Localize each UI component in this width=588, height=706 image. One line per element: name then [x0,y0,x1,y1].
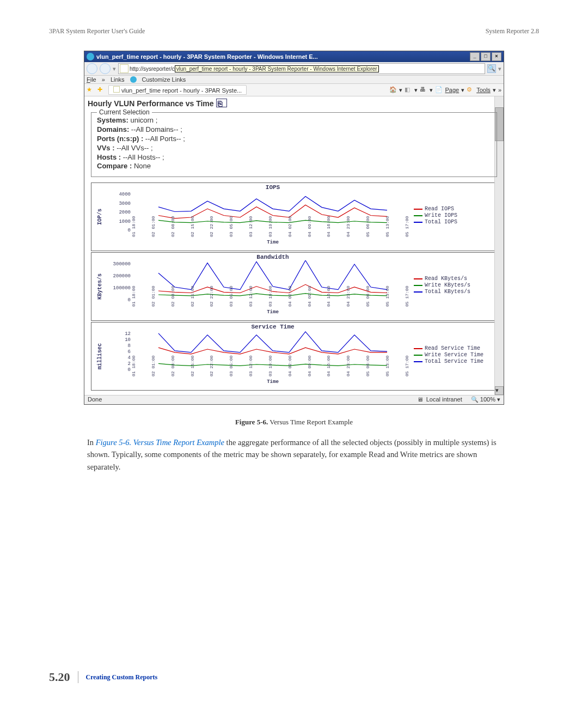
search-icon[interactable]: 🔍 [487,64,496,73]
page-menu-icon[interactable]: 📄 [435,86,443,94]
chart-legend: Read KBytes/sWrite KBytes/sTotal KBytes/… [414,254,495,319]
favorites-star-icon[interactable]: ★ [87,86,94,94]
chart-ylabel: millisec [93,324,107,389]
minimize-button[interactable]: _ [470,52,480,61]
address-text: http://sysreporter/c [130,66,175,72]
file-menu[interactable]: File [87,76,96,83]
chart-1: KBytes/s3000002000001000000Bandwidth01 1… [91,252,497,321]
tools-menu[interactable]: Tools [476,87,491,93]
tab-label: vlun_perf_time report - hourly - 3PAR Sy… [121,87,242,94]
home-icon[interactable]: 🏠 [389,86,397,94]
print-icon[interactable]: 🖶 [420,86,427,94]
chart-ylabel: IOP/s [93,184,107,249]
zoom-icon: 🔍 [471,396,479,404]
window-title: vlun_perf_time report - hourly - 3PAR Sy… [96,53,318,60]
chart-yaxis: 121086420 [107,324,132,389]
figure-link[interactable]: Figure 5-6. Versus Time Report Example [96,438,224,447]
zone-icon: 🖥 [417,396,425,404]
chart-ylabel: KBytes/s [93,254,107,319]
tools-icon[interactable]: ⚙ [467,86,474,94]
links-label[interactable]: Links [111,76,125,83]
ie-icon [87,53,94,60]
browser-window: vlun_perf_time report - hourly - 3PAR Sy… [84,51,504,405]
chart-0: IOP/s40003000200010000IOPS01 18:0002 01:… [91,182,497,251]
browser-tab[interactable]: vlun_perf_time report - hourly - 3PAR Sy… [108,85,247,95]
chart-plot: IOPS01 18:0002 01:0002 08:0002 15:0002 2… [132,184,414,249]
tab-page-icon [113,86,120,93]
address-bar[interactable]: http://sysreporter/c vlun_perf_time repo… [118,63,485,74]
footer-section: Creating Custom Reports [86,673,158,681]
selection-panel: Current Selection Systems: unicorn ; Dom… [91,112,497,177]
selection-legend: Current Selection [97,108,152,116]
ie-small-icon [130,76,137,83]
back-button[interactable] [87,63,97,74]
status-done: Done [88,396,102,404]
address-tooltip: vlun_perf_time report - hourly - 3PAR Sy… [175,65,379,72]
page-icon [120,64,128,73]
chart-legend: Read IOPSWrite IOPSTotal IOPS [414,184,495,249]
close-button[interactable]: × [492,52,501,61]
page-number: 5.20 [49,670,70,684]
customize-links[interactable]: Customize Links [142,76,186,83]
chart-yaxis: 3000002000001000000 [107,254,132,319]
status-zone: Local intranet [426,396,462,403]
chart-legend: Read Service TimeWrite Service TimeTotal… [414,324,495,389]
header-left: 3PAR System Reporter User's Guide [49,27,145,35]
scroll-down-icon[interactable]: ▾ [495,386,504,395]
page-menu[interactable]: Page [445,87,459,93]
status-zoom[interactable]: 100% [480,396,495,403]
chart-plot: Service Time01 18:0002 01:0002 08:0002 1… [132,324,414,389]
forward-button[interactable] [100,63,111,74]
report-title: Hourly VLUN Performance vs Time ⎘ [88,99,500,108]
chart-yaxis: 40003000200010000 [107,184,132,249]
chart-plot: Bandwidth01 18:0002 01:0002 08:0002 15:0… [132,254,414,319]
chart-2: millisec121086420Service Time01 18:0002 … [91,322,497,391]
figure-caption: Figure 5-6. Versus Time Report Example [49,418,539,427]
feeds-icon[interactable]: ◧ [405,86,412,94]
titlebar[interactable]: vlun_perf_time report - hourly - 3PAR Sy… [84,51,504,62]
maximize-button[interactable]: □ [481,52,491,61]
export-icon[interactable]: ⎘ [216,99,227,107]
header-right: System Reporter 2.8 [486,27,539,35]
add-fav-icon[interactable]: ✚ [97,86,105,94]
body-paragraph: In Figure 5-6. Versus Time Report Exampl… [87,436,501,473]
